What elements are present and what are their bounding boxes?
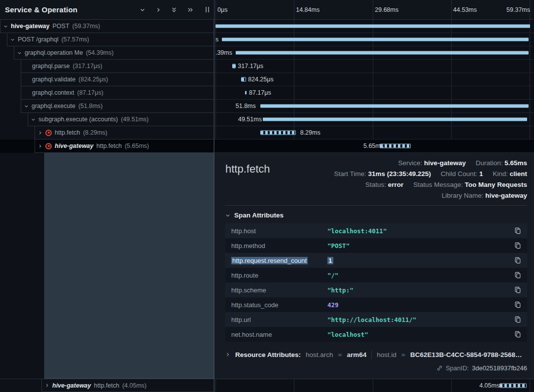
attribute-value: "localhost" [327, 331, 509, 338]
timeline-row[interactable] [214, 20, 534, 33]
divider [371, 351, 372, 359]
tree-row[interactable]: graphql.execute (51.8ms) [0, 100, 214, 113]
span-operation: POST [53, 23, 70, 30]
span-bar[interactable] [260, 131, 296, 135]
header-bar: Service & Operation [0, 0, 534, 20]
copy-icon[interactable] [514, 286, 521, 293]
double-chevron-down-icon[interactable] [171, 6, 177, 13]
copy-icon[interactable] [514, 316, 521, 323]
span-id-value: 3de02518937fb246 [472, 364, 527, 372]
attribute-table: http.host "localhost:4011" http.method "… [225, 223, 527, 342]
tree-row[interactable]: POST /graphql (57.57ms) [0, 33, 214, 46]
chevron-right-icon[interactable] [38, 131, 42, 135]
span-bar[interactable] [222, 38, 529, 41]
span-bar[interactable] [380, 144, 411, 148]
timeline-row-bottom[interactable]: 4.05ms [214, 379, 534, 392]
attribute-value: "POST" [327, 242, 509, 249]
tree-row-selected[interactable]: hive-gateway http.fetch (5.65ms) [0, 140, 214, 153]
attribute-row[interactable]: http.scheme "http:" [225, 283, 527, 297]
tree-row[interactable]: subgraph.execute (accounts) (49.51ms) [0, 113, 214, 126]
span-operation: graphql.operation Me [25, 49, 83, 56]
tree-row[interactable]: graphql.context (87.17μs) [0, 86, 214, 100]
tree-row-root[interactable]: hive-gateway POST (59.37ms) [0, 20, 214, 33]
copy-icon[interactable] [514, 331, 521, 338]
bar-duration-label: 51.8ms [236, 103, 256, 109]
copy-icon[interactable] [514, 242, 521, 249]
attribute-row[interactable]: net.host.name "localhost" [225, 327, 527, 342]
timeline-row[interactable]: 317.17μs [214, 60, 534, 73]
resource-attributes-row[interactable]: Resource Attributes: host.arch = arm64 h… [225, 348, 527, 361]
attribute-key: http.status_code [231, 301, 327, 309]
chevron-down-icon[interactable] [24, 104, 29, 108]
copy-icon[interactable] [514, 301, 521, 308]
attribute-row-selected[interactable]: http.request.resend_count 1 [225, 253, 527, 268]
span-service: hive-gateway [11, 23, 50, 30]
double-chevron-right-icon[interactable] [187, 7, 194, 13]
resource-heading: Resource Attributes: [235, 351, 301, 358]
tree-row[interactable]: graphql.parse (317.17μs) [0, 60, 214, 73]
gridline [294, 379, 294, 392]
bar-duration-label: 824.25μs [248, 76, 274, 83]
chevron-right-icon[interactable] [45, 383, 49, 388]
copy-icon[interactable] [514, 272, 521, 279]
timeline-row[interactable]: .39ms [214, 46, 534, 60]
link-icon[interactable] [436, 365, 443, 371]
timeline-row[interactable]: 8.29ms [214, 126, 534, 140]
attribute-row[interactable]: http.method "POST" [225, 238, 527, 253]
chevron-down-icon[interactable] [10, 37, 15, 42]
copy-icon[interactable] [514, 257, 521, 264]
copy-icon[interactable] [514, 227, 521, 234]
attribute-row[interactable]: http.url "http://localhost:4011/" [225, 312, 527, 327]
span-duration: (59.37ms) [72, 23, 100, 30]
attribute-row[interactable]: http.route "/" [225, 268, 527, 283]
chevron-right-icon[interactable] [38, 144, 42, 148]
span-bar[interactable] [499, 384, 527, 388]
meta-service: hive-gateway [424, 159, 466, 167]
meta-start-time: 31ms (23:35:49.225) [368, 170, 431, 178]
tree-row[interactable]: graphql.validate (824.25μs) [0, 73, 214, 86]
span-bar[interactable] [263, 118, 527, 121]
span-duration: (317.17μs) [72, 63, 102, 70]
attribute-value: 429 [327, 301, 509, 309]
span-bar[interactable] [241, 77, 246, 82]
span-service: hive-gateway [52, 382, 91, 389]
span-duration: (5.65ms) [125, 143, 149, 149]
span-operation: subgraph.execute (accounts) [38, 116, 118, 123]
bar-duration-label: s [215, 36, 218, 43]
timeline-row[interactable]: 87.17μs [214, 86, 534, 100]
trace-viewer: Service & Operation [0, 0, 534, 392]
chevron-right-icon [225, 352, 230, 357]
timeline-row[interactable]: 824.25μs [214, 73, 534, 86]
span-operation: graphql.validate [32, 76, 75, 83]
chevron-right-icon[interactable] [155, 7, 161, 13]
span-bar[interactable] [245, 91, 247, 95]
axis-tick: 14.84ms [296, 6, 320, 13]
span-bar[interactable] [236, 51, 529, 55]
resource-value: BC62E13B-C4CC-5854-9788-2568… [410, 351, 522, 358]
resource-value: arm64 [347, 351, 366, 358]
resize-handle-icon[interactable] [206, 7, 209, 12]
span-duration: (824.25μs) [78, 76, 108, 83]
tree-row[interactable]: graphql.operation Me (54.39ms) [0, 46, 214, 60]
meta-status: error [388, 181, 404, 188]
attribute-row[interactable]: http.status_code 429 [225, 297, 527, 312]
chevron-down-icon[interactable] [3, 24, 8, 29]
tree-row[interactable]: http.fetch (8.29ms) [0, 126, 214, 140]
span-duration: (54.39ms) [86, 49, 113, 56]
page-title: Service & Operation [5, 5, 77, 14]
timeline-row[interactable]: 51.8ms [214, 100, 534, 113]
tree-row-bottom[interactable]: hive-gateway http.fetch (4.05ms) [0, 379, 214, 392]
chevron-down-icon[interactable] [31, 117, 36, 122]
chevron-down-icon[interactable] [17, 51, 22, 55]
timeline-row-selected[interactable]: 5.65ms [214, 140, 534, 153]
timeline-row[interactable]: s [214, 33, 534, 46]
span-bar[interactable] [232, 64, 235, 69]
axis-tick: 59.37ms [506, 6, 530, 13]
attribute-row[interactable]: http.host "localhost:4011" [225, 223, 527, 238]
span-operation: graphql.parse [32, 63, 70, 70]
span-attributes-header[interactable]: Span Attributes [225, 206, 527, 223]
timeline-row[interactable]: 49.51ms [214, 113, 534, 126]
span-bar[interactable] [260, 105, 529, 108]
chevron-down-icon[interactable] [140, 7, 145, 13]
span-bar[interactable] [215, 25, 530, 28]
